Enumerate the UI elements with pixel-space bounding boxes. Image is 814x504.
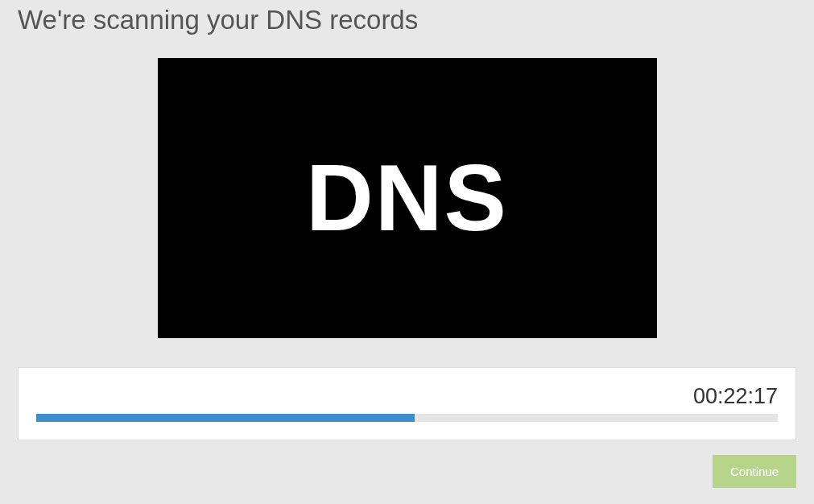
video-overlay-text: DNS <box>306 144 508 252</box>
progress-fill <box>36 414 415 422</box>
video-player[interactable]: DNS <box>158 58 657 338</box>
progress-timer: 00:22:17 <box>36 384 778 409</box>
progress-track <box>36 414 778 422</box>
continue-button[interactable]: Continue <box>713 455 796 488</box>
button-row: Continue <box>18 455 796 488</box>
page-title: We're scanning your DNS records <box>18 5 796 35</box>
progress-card: 00:22:17 <box>18 367 796 440</box>
main-container: We're scanning your DNS records DNS 00:2… <box>0 5 814 488</box>
video-wrapper: DNS <box>18 58 796 338</box>
